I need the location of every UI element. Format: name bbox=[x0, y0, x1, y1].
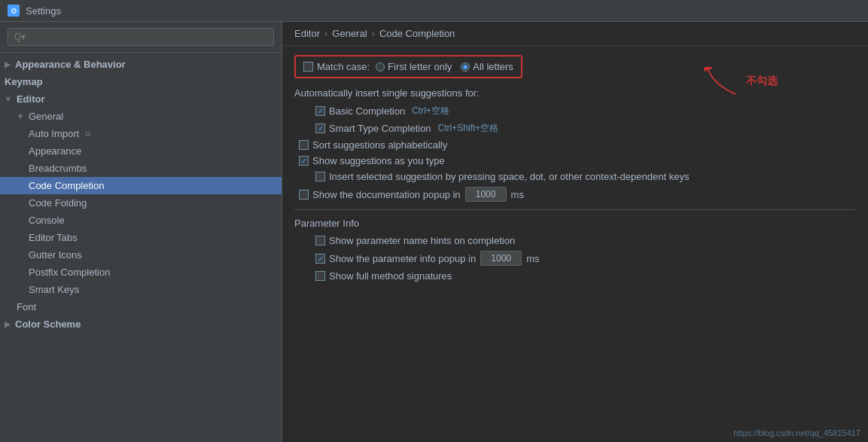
search-input[interactable] bbox=[8, 28, 274, 46]
show-param-popup-label[interactable]: Show the parameter info popup in bbox=[315, 253, 476, 264]
breadcrumb-sep1: › bbox=[324, 28, 327, 39]
show-doc-popup-row: Show the documentation popup in ms bbox=[294, 187, 856, 202]
search-box bbox=[0, 22, 282, 53]
sidebar-item-label: Color Scheme bbox=[15, 319, 81, 330]
match-case-box: Match case: First letter only All letter… bbox=[294, 55, 522, 78]
annotation-text: 不勾选 bbox=[746, 75, 778, 88]
sidebar-item-general[interactable]: General bbox=[0, 108, 282, 125]
window-title: Settings bbox=[26, 5, 61, 17]
show-param-popup-checkbox[interactable] bbox=[315, 254, 325, 264]
show-param-hints-checkbox[interactable] bbox=[315, 236, 325, 245]
sidebar-item-color-scheme[interactable]: Color Scheme bbox=[0, 315, 282, 333]
app-icon: ⚙ bbox=[8, 5, 20, 17]
sidebar-item-breadcrumbs[interactable]: Breadcrumbs bbox=[0, 160, 282, 177]
param-popup-ms: ms bbox=[526, 253, 539, 264]
sidebar-item-editor[interactable]: Editor bbox=[0, 90, 282, 108]
insert-suggestion-label[interactable]: Insert selected suggestion by pressing s… bbox=[315, 171, 689, 182]
sidebar-item-label: Smart Keys bbox=[29, 284, 79, 295]
breadcrumb-editor: Editor bbox=[294, 28, 320, 39]
doc-popup-ms: ms bbox=[511, 189, 524, 200]
annotation: 不勾选 bbox=[698, 67, 778, 97]
smart-completion-text: Smart Type Completion bbox=[329, 123, 431, 134]
doc-popup-value-input[interactable] bbox=[465, 187, 507, 202]
content-area: Editor › General › Code Completion 不勾选 bbox=[282, 22, 868, 442]
radio-all-letters-label[interactable]: All letters bbox=[461, 61, 513, 72]
sidebar-item-label: Appearance & Behavior bbox=[15, 59, 126, 70]
smart-completion-label[interactable]: Smart Type Completion Ctrl+Shift+空格 bbox=[315, 122, 498, 135]
sidebar-item-label: Editor bbox=[17, 93, 45, 105]
sidebar-item-postfix-completion[interactable]: Postfix Completion bbox=[0, 264, 282, 281]
sidebar-item-keymap[interactable]: Keymap bbox=[0, 73, 282, 90]
sidebar-item-gutter-icons[interactable]: Gutter Icons bbox=[0, 246, 282, 264]
match-case-checkbox-label[interactable]: Match case: bbox=[303, 61, 370, 72]
sort-suggestions-checkbox[interactable] bbox=[299, 140, 309, 150]
title-bar: ⚙ Settings bbox=[0, 0, 868, 22]
parameter-info-header: Parameter Info bbox=[294, 218, 856, 229]
show-suggestions-checkbox[interactable] bbox=[299, 156, 309, 166]
basic-completion-checkbox[interactable] bbox=[315, 106, 325, 116]
show-param-hints-label[interactable]: Show parameter name hints on completion bbox=[315, 235, 515, 246]
sidebar-item-label: Postfix Completion bbox=[29, 267, 110, 278]
param-popup-value-input[interactable] bbox=[480, 251, 522, 266]
radio-first-letter-text: First letter only bbox=[388, 61, 452, 72]
insert-suggestion-row: Insert selected suggestion by pressing s… bbox=[294, 171, 856, 182]
annotation-arrow-svg bbox=[698, 67, 743, 97]
sidebar-item-label: Gutter Icons bbox=[29, 249, 82, 261]
basic-completion-row: Basic Completion Ctrl+空格 bbox=[294, 105, 856, 117]
insert-suggestion-checkbox[interactable] bbox=[315, 172, 325, 181]
show-full-method-label[interactable]: Show full method signatures bbox=[315, 270, 452, 282]
basic-completion-shortcut: Ctrl+空格 bbox=[412, 105, 449, 117]
sidebar-item-smart-keys[interactable]: Smart Keys bbox=[0, 281, 282, 298]
sidebar-item-code-completion[interactable]: Code Completion bbox=[0, 177, 282, 194]
breadcrumb-general: General bbox=[332, 28, 367, 39]
content-body: 不勾选 Match case: First letter only All le… bbox=[282, 46, 868, 442]
show-full-method-checkbox[interactable] bbox=[315, 271, 325, 281]
show-doc-popup-checkbox[interactable] bbox=[299, 190, 309, 200]
sidebar-item-label: Font bbox=[17, 301, 36, 312]
sidebar-item-appearance[interactable]: Appearance bbox=[0, 142, 282, 160]
sidebar-item-label: Editor Tabs bbox=[29, 232, 78, 243]
radio-all-letters[interactable] bbox=[461, 62, 470, 72]
show-full-method-row: Show full method signatures bbox=[294, 270, 856, 282]
sidebar-item-editor-tabs[interactable]: Editor Tabs bbox=[0, 229, 282, 246]
watermark: https://blog.csdn.net/qq_45815417 bbox=[733, 428, 860, 437]
insert-suggestion-text: Insert selected suggestion by pressing s… bbox=[329, 171, 689, 182]
sidebar-item-label: Code Completion bbox=[29, 180, 104, 191]
match-case-label: Match case: bbox=[317, 61, 370, 72]
sidebar-item-label: General bbox=[29, 111, 63, 122]
smart-completion-checkbox[interactable] bbox=[315, 123, 325, 133]
show-doc-popup-label[interactable]: Show the documentation popup in bbox=[299, 189, 461, 200]
chevron-icon bbox=[5, 320, 11, 328]
basic-completion-text: Basic Completion bbox=[329, 105, 405, 117]
smart-completion-row: Smart Type Completion Ctrl+Shift+空格 bbox=[294, 122, 856, 135]
copy-icon: ⧉ bbox=[85, 130, 90, 139]
divider bbox=[294, 209, 856, 210]
sidebar-item-label: Auto Import bbox=[29, 128, 79, 139]
match-case-checkbox[interactable] bbox=[303, 62, 313, 72]
radio-first-letter[interactable] bbox=[376, 62, 385, 72]
show-full-method-text: Show full method signatures bbox=[329, 270, 452, 282]
sidebar-item-font[interactable]: Font bbox=[0, 298, 282, 315]
smart-completion-shortcut: Ctrl+Shift+空格 bbox=[438, 122, 499, 135]
breadcrumb-sep2: › bbox=[372, 28, 375, 39]
radio-group-match-case: First letter only All letters bbox=[376, 61, 513, 72]
breadcrumb-code-completion: Code Completion bbox=[379, 28, 455, 39]
nav-tree: Appearance & Behavior Keymap Editor Gene… bbox=[0, 53, 282, 336]
radio-all-letters-text: All letters bbox=[473, 61, 513, 72]
show-param-popup-text: Show the parameter info popup in bbox=[329, 253, 476, 264]
sidebar-item-label: Console bbox=[29, 215, 65, 226]
sidebar: Appearance & Behavior Keymap Editor Gene… bbox=[0, 22, 282, 442]
sidebar-item-label: Appearance bbox=[29, 145, 81, 157]
radio-first-letter-label[interactable]: First letter only bbox=[376, 61, 452, 72]
sidebar-item-auto-import[interactable]: Auto Import ⧉ bbox=[0, 125, 282, 142]
show-doc-popup-text: Show the documentation popup in bbox=[312, 189, 461, 200]
sidebar-item-appearance-behavior[interactable]: Appearance & Behavior bbox=[0, 56, 282, 73]
basic-completion-label[interactable]: Basic Completion Ctrl+空格 bbox=[315, 105, 449, 117]
show-suggestions-label[interactable]: Show suggestions as you type bbox=[299, 155, 445, 166]
sort-suggestions-label[interactable]: Sort suggestions alphabetically bbox=[299, 139, 447, 151]
sidebar-item-code-folding[interactable]: Code Folding bbox=[0, 194, 282, 212]
sort-suggestions-text: Sort suggestions alphabetically bbox=[312, 139, 447, 151]
chevron-icon bbox=[17, 112, 24, 120]
chevron-icon bbox=[5, 95, 12, 103]
sidebar-item-console[interactable]: Console bbox=[0, 212, 282, 229]
